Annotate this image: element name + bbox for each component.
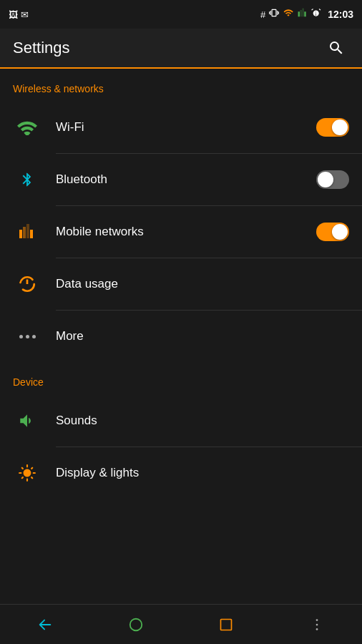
more-icon	[13, 322, 41, 351]
search-button[interactable]	[323, 35, 349, 61]
wifi-toggle[interactable]	[316, 118, 349, 137]
data-usage-label: Data usage	[56, 277, 349, 291]
app-title: Settings	[13, 39, 70, 57]
bluetooth-icon	[13, 165, 41, 194]
app-header: Settings	[0, 29, 362, 69]
section-header-wireless: Wireless & networks	[0, 69, 362, 102]
settings-item-bluetooth[interactable]: Bluetooth	[0, 154, 362, 205]
wifi-status-icon	[283, 8, 294, 21]
display-label: Display & lights	[56, 466, 349, 480]
mobile-label: Mobile networks	[56, 225, 316, 239]
status-left-icons: 🖼 ✉	[9, 9, 29, 20]
wifi-icon	[13, 113, 41, 142]
bluetooth-toggle[interactable]	[316, 170, 349, 189]
svg-rect-3	[221, 619, 232, 630]
recents-icon	[219, 618, 233, 632]
status-bar: 🖼 ✉ # 12:03	[0, 0, 362, 29]
bottom-nav	[0, 604, 362, 644]
mail-icon: ✉	[21, 9, 29, 20]
status-time: 12:03	[328, 9, 353, 20]
mobile-networks-icon	[13, 218, 41, 246]
display-icon	[13, 459, 41, 487]
svg-point-2	[130, 618, 142, 630]
screenshot-icon: 🖼	[9, 9, 18, 20]
back-button[interactable]	[25, 605, 65, 645]
svg-point-4	[315, 619, 318, 621]
back-icon	[37, 617, 53, 633]
sounds-label: Sounds	[56, 414, 349, 428]
menu-icon	[309, 617, 325, 633]
more-label: More	[56, 329, 349, 343]
settings-item-sounds[interactable]: Sounds	[0, 395, 362, 447]
vibrate-icon	[269, 8, 279, 21]
alarm-icon	[311, 8, 321, 21]
home-button[interactable]	[116, 605, 156, 645]
recents-button[interactable]	[206, 605, 246, 645]
svg-point-5	[315, 623, 318, 625]
settings-item-more[interactable]: More	[0, 311, 362, 362]
mobile-toggle[interactable]	[316, 223, 349, 241]
settings-content: Wireless & networks Wi-Fi Bluetooth	[0, 69, 362, 604]
settings-item-mobile[interactable]: Mobile networks	[0, 206, 362, 258]
sounds-icon	[13, 406, 41, 435]
status-right-icons: # 12:03	[260, 8, 353, 21]
section-header-device: Device	[0, 362, 362, 395]
search-icon	[328, 39, 345, 57]
svg-point-6	[315, 628, 318, 630]
wifi-label: Wi-Fi	[56, 120, 316, 135]
hash-icon: #	[260, 9, 265, 20]
settings-item-data-usage[interactable]: Data usage	[0, 258, 362, 310]
data-usage-icon	[13, 270, 41, 298]
menu-button[interactable]	[297, 605, 337, 645]
home-icon	[128, 617, 144, 633]
bluetooth-label: Bluetooth	[56, 172, 316, 187]
settings-item-wifi[interactable]: Wi-Fi	[0, 102, 362, 153]
signal-icon	[298, 8, 308, 21]
settings-item-display[interactable]: Display & lights	[0, 447, 362, 499]
three-dots-icon	[19, 335, 36, 338]
